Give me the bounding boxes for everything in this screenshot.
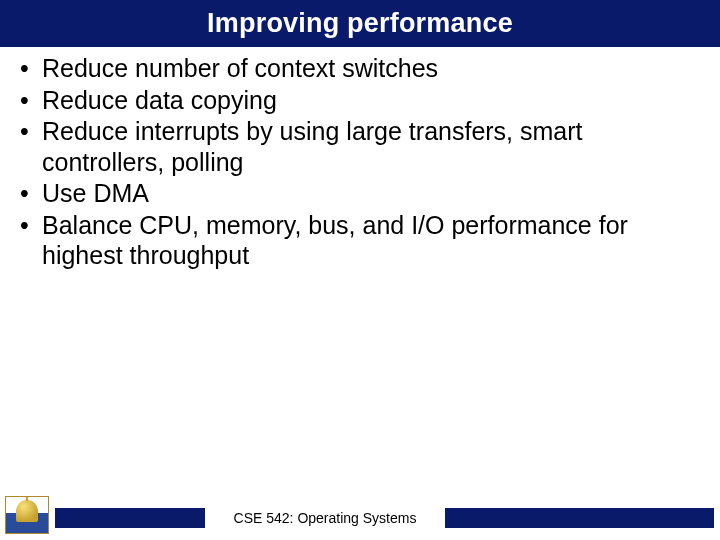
title-bar: Improving performance [0,0,720,47]
slide: Improving performance Reduce number of c… [0,0,720,540]
slide-title: Improving performance [0,8,720,39]
list-item: Reduce interrupts by using large transfe… [14,116,706,177]
list-item: Reduce number of context switches [14,53,706,84]
dome-icon [5,496,49,534]
list-item: Reduce data copying [14,85,706,116]
list-item: Use DMA [14,178,706,209]
slide-content: Reduce number of context switches Reduce… [0,47,720,271]
footer-bar-left [55,508,205,528]
slide-footer: CSE 542: Operating Systems [0,506,720,534]
list-item: Balance CPU, memory, bus, and I/O perfor… [14,210,706,271]
bullet-list: Reduce number of context switches Reduce… [14,53,706,271]
footer-course-label: CSE 542: Operating Systems [205,508,445,528]
dome-shape [16,500,38,522]
footer-bar-right [445,508,714,528]
footer-bars: CSE 542: Operating Systems [55,508,714,528]
